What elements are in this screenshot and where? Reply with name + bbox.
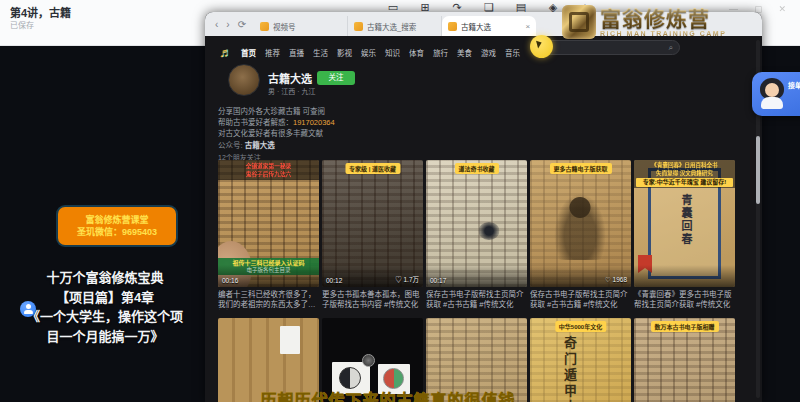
thumb-badge: 中华5000年文化 (555, 321, 606, 332)
video-card[interactable]: 数万本古书电子版相赠 (634, 318, 735, 402)
like-count: ♡ 1968 (605, 276, 627, 284)
douyin-page: ♬ 首页 推荐 直播 生活 影视 娱乐 知识 体育 旅行 美食 游戏 音乐 ⌕ … (205, 36, 762, 402)
profile-meta: 男 · 江西 · 九江 (268, 86, 315, 96)
reload-icon[interactable]: ⟳ (238, 19, 246, 30)
headline-line: 十万个富翁修炼宝典 (6, 268, 204, 288)
thumb-overlay-text: 《青囊回春》日用百科全书 失而复得 汉文典籍研究 专家:中华近千年瑰宝 建议留存… (634, 160, 735, 188)
site-favicon (448, 22, 457, 31)
tab-strip: ‹ › ⟳ 视频号 古籍大选_搜索 古籍大选 × (205, 12, 762, 36)
mouse-cursor-highlight (530, 35, 553, 58)
headline-node[interactable]: 十万个富翁修炼宝典 【项目篇】第4章 《一个大学生，操作这个项 目一个月能搞一万… (6, 268, 204, 346)
video-thumbnail (426, 318, 527, 402)
video-subtitle-clipped: 历朝历代传下来的古籍真的很值钱 (212, 391, 564, 402)
profile-avatar[interactable] (228, 64, 260, 96)
promo-line1: 富翁修炼营课堂 (58, 214, 176, 226)
save-status: 已保存 (10, 19, 34, 30)
headline-line: 【项目篇】第4章 (6, 288, 204, 308)
nav-movies[interactable]: 影视 (337, 47, 352, 58)
profile-bio: 分享国内外各大珍藏古籍 可查阅 帮助古书爱好者解惑：1917020364 对古文… (218, 106, 448, 139)
search-icon: ⌕ (669, 43, 673, 53)
official-account-row: 公众号: 古籍大选 (218, 139, 275, 150)
video-card[interactable]: 奇门遁甲大全 中华5000年文化 (530, 318, 631, 402)
tab-shipinhao[interactable]: 视频号 (254, 16, 348, 36)
video-thumbnail (218, 318, 319, 402)
nav-games[interactable]: 游戏 (481, 47, 496, 58)
headline-line: 《一个大学生，操作这个项 (6, 307, 204, 327)
thumb-overlay-text: 全镇道家第一秘录 鬼谷子后传九法六 (218, 160, 319, 180)
nav-home[interactable]: 首页 (241, 47, 256, 58)
forward-icon[interactable]: › (226, 19, 229, 30)
nav-knowledge[interactable]: 知识 (385, 47, 400, 58)
yinyang-color-icon (383, 368, 404, 389)
video-card[interactable]: 全镇道家第一秘录 鬼谷子后传九法六 祖传十三科已经录入认证码 电子版各包主目录 … (218, 160, 319, 310)
video-thumbnail: 更多古籍电子版获取 ♡ 1968 (530, 160, 631, 287)
nav-recommend[interactable]: 推荐 (265, 47, 280, 58)
close-icon[interactable]: ✕ (778, 4, 786, 14)
bio-line3: 对古文化爱好者有很多丰藏文献 (218, 128, 448, 139)
video-thumbnail: 青囊回春 《青囊回春》日用百科全书 失而复得 汉文典籍研究 专家:中华近千年瑰宝… (634, 160, 735, 287)
nav-live[interactable]: 直播 (289, 47, 304, 58)
bio-line1: 分享国内外各大珍藏古籍 可查阅 (218, 106, 448, 117)
nav-music[interactable]: 音乐 (505, 47, 520, 58)
yinyang-icon (339, 367, 361, 389)
search-input[interactable] (537, 44, 657, 51)
video-thumbnail: 全镇道家第一秘录 鬼谷子后传九法六 祖传十三科已经录入认证码 电子版各包主目录 … (218, 160, 319, 287)
cover-label (280, 326, 300, 354)
tab-close-icon[interactable]: × (525, 22, 530, 31)
video-caption: 保存古书电子版帮找主页简介获取 #古书古籍 #传统文化 (530, 290, 631, 310)
video-duration: 00:16 (222, 277, 238, 284)
site-favicon (354, 22, 363, 31)
site-favicon (260, 22, 269, 31)
video-card[interactable]: 青囊回春 《青囊回春》日用百科全书 失而复得 汉文典籍研究 专家:中华近千年瑰宝… (634, 160, 735, 310)
video-card[interactable] (322, 318, 423, 402)
bio-highlight: 1917020364 (293, 118, 335, 127)
video-thumbnail: 奇门遁甲大全 中华5000年文化 (530, 318, 631, 402)
follow-button[interactable]: 关注 (317, 71, 355, 85)
presenter-sticker: 接单王 (752, 72, 800, 116)
nav-travel[interactable]: 旅行 (433, 47, 448, 58)
video-card[interactable]: 更多古籍电子版获取 ♡ 1968 保存古书电子版帮找主页简介获取 #古书古籍 #… (530, 160, 631, 310)
presenter-avatar (757, 78, 787, 110)
video-thumbnail: 专家级 | 道医收藏 00:12 ♡ 1.7万 (322, 160, 423, 287)
video-card[interactable]: 专家级 | 道医收藏 00:12 ♡ 1.7万 更多古书孤本善本孤本，图电子版帮… (322, 160, 423, 310)
back-icon[interactable]: ‹ (215, 19, 218, 30)
video-card[interactable] (218, 318, 319, 402)
scrollbar-thumb[interactable] (756, 136, 760, 204)
thumb-badge: 数万本古书电子版相赠 (650, 321, 718, 332)
promo-node[interactable]: 富翁修炼营课堂 圣玑微信：9695403 (58, 207, 176, 245)
video-caption: 编者十三科已经收齐很多了，我们的老祖宗的东西太多了，慢慢... (218, 290, 319, 310)
video-duration: 00:12 (326, 277, 342, 284)
bagua-disc-icon (362, 354, 375, 367)
like-count: ♡ 1.7万 (395, 274, 419, 284)
video-caption: 更多古书孤本善本孤本，图电子版帮找古书内容 #传统文化 (322, 290, 423, 310)
calligraphy-texture (426, 318, 527, 402)
headline-line: 目一个月能搞一万》 (6, 327, 204, 347)
nav-entertainment[interactable]: 娱乐 (361, 47, 376, 58)
video-caption: 保存古书电子版帮找主页简介获取 #古书古籍 #传统文化 (426, 290, 527, 310)
document-title: 第4讲，古籍 (10, 4, 71, 20)
official-account-name: 古籍大选 (245, 141, 275, 150)
video-card[interactable] (426, 318, 527, 402)
nav-life[interactable]: 生活 (313, 47, 328, 58)
video-thumbnail: 道法奇书收藏 00:17 (426, 160, 527, 287)
book-cover-title: 青囊回春 (678, 194, 694, 246)
douyin-logo-icon[interactable]: ♬ (219, 45, 232, 60)
video-duration: 00:17 (430, 277, 446, 284)
tab-profile-active[interactable]: 古籍大选 × (442, 16, 536, 36)
nav-food[interactable]: 美食 (457, 47, 472, 58)
thumb-badge: 道法奇书收藏 (454, 163, 498, 174)
tab-search[interactable]: 古籍大选_搜索 (348, 16, 442, 36)
video-thumbnail: 数万本古书电子版相赠 (634, 318, 735, 402)
browser-window: ‹ › ⟳ 视频号 古籍大选_搜索 古籍大选 × ♬ 首页 (205, 12, 762, 402)
video-card[interactable]: 道法奇书收藏 00:17 保存古书电子版帮找主页简介获取 #古书古籍 #传统文化 (426, 160, 527, 310)
presenter-label: 接单王 (788, 80, 800, 90)
thumb-badge: 更多古籍电子版获取 (549, 163, 611, 174)
video-thumbnail (322, 318, 423, 402)
ink-blot (478, 222, 500, 240)
video-caption: 《青囊回春》更多古书电子版帮找主页简介获取 #传统文化 (634, 290, 735, 310)
deity-sketch (552, 190, 608, 260)
nav-sports[interactable]: 体育 (409, 47, 424, 58)
thumb-badge: 专家级 | 道医收藏 (345, 163, 400, 174)
browser-nav-buttons: ‹ › ⟳ (205, 19, 254, 30)
promo-line2: 圣玑微信：9695403 (58, 226, 176, 238)
